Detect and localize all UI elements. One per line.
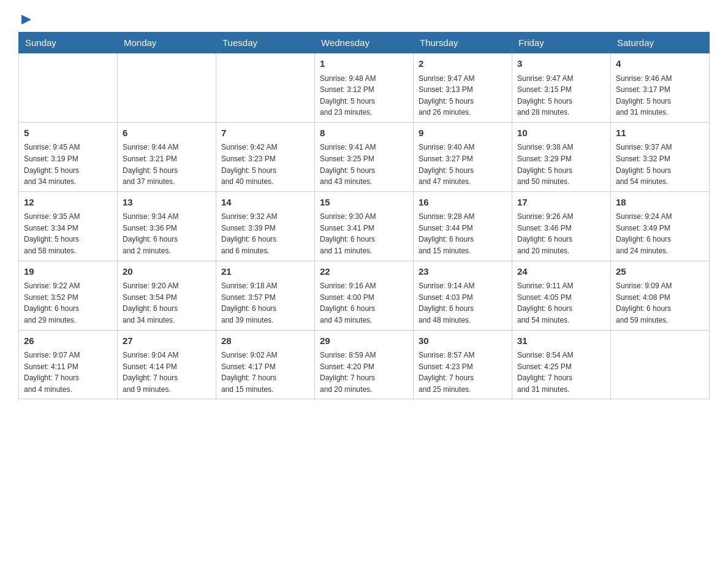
day-number: 13 (123, 196, 211, 210)
day-info: Sunrise: 9:47 AM Sunset: 3:15 PM Dayligh… (517, 73, 605, 118)
calendar-cell: 8Sunrise: 9:41 AM Sunset: 3:25 PM Daylig… (315, 122, 414, 191)
calendar-header-friday: Friday (512, 33, 611, 53)
day-info: Sunrise: 9:34 AM Sunset: 3:36 PM Dayligh… (123, 211, 211, 256)
calendar-header-wednesday: Wednesday (315, 33, 414, 53)
calendar-cell: 31Sunrise: 8:54 AM Sunset: 4:25 PM Dayli… (512, 330, 611, 399)
logo-flag-icon (20, 13, 32, 26)
calendar-cell: 18Sunrise: 9:24 AM Sunset: 3:49 PM Dayli… (611, 191, 710, 261)
calendar-cell: 25Sunrise: 9:09 AM Sunset: 4:08 PM Dayli… (611, 261, 710, 330)
calendar-table: SundayMondayTuesdayWednesdayThursdayFrid… (18, 32, 710, 399)
calendar-cell: 20Sunrise: 9:20 AM Sunset: 3:54 PM Dayli… (118, 261, 216, 330)
calendar-header-thursday: Thursday (414, 33, 512, 53)
calendar-cell: 12Sunrise: 9:35 AM Sunset: 3:34 PM Dayli… (19, 191, 118, 261)
calendar-cell: 17Sunrise: 9:26 AM Sunset: 3:46 PM Dayli… (512, 191, 611, 261)
day-number: 23 (419, 265, 507, 279)
day-number: 25 (616, 265, 704, 279)
calendar-week-row: 1Sunrise: 9:48 AM Sunset: 3:12 PM Daylig… (19, 53, 710, 123)
day-info: Sunrise: 9:04 AM Sunset: 4:14 PM Dayligh… (123, 350, 211, 395)
day-number: 11 (616, 126, 704, 140)
day-info: Sunrise: 9:37 AM Sunset: 3:32 PM Dayligh… (616, 142, 704, 187)
day-info: Sunrise: 9:46 AM Sunset: 3:17 PM Dayligh… (616, 73, 704, 118)
calendar-cell: 24Sunrise: 9:11 AM Sunset: 4:05 PM Dayli… (512, 261, 611, 330)
day-number: 5 (24, 126, 112, 140)
day-info: Sunrise: 9:20 AM Sunset: 3:54 PM Dayligh… (123, 280, 211, 326)
day-info: Sunrise: 8:57 AM Sunset: 4:23 PM Dayligh… (419, 350, 507, 395)
calendar-cell: 15Sunrise: 9:30 AM Sunset: 3:41 PM Dayli… (315, 191, 414, 261)
calendar-cell: 21Sunrise: 9:18 AM Sunset: 3:57 PM Dayli… (216, 261, 315, 330)
day-info: Sunrise: 9:24 AM Sunset: 3:49 PM Dayligh… (616, 211, 704, 256)
calendar-week-row: 5Sunrise: 9:45 AM Sunset: 3:19 PM Daylig… (19, 122, 710, 191)
calendar-cell: 16Sunrise: 9:28 AM Sunset: 3:44 PM Dayli… (414, 191, 512, 261)
day-number: 28 (221, 334, 309, 348)
day-number: 27 (123, 334, 211, 348)
calendar-cell: 1Sunrise: 9:48 AM Sunset: 3:12 PM Daylig… (315, 53, 414, 123)
day-number: 3 (517, 57, 605, 71)
day-number: 12 (24, 196, 112, 210)
calendar-cell: 3Sunrise: 9:47 AM Sunset: 3:15 PM Daylig… (512, 53, 611, 123)
day-number: 14 (221, 196, 309, 210)
calendar-cell: 28Sunrise: 9:02 AM Sunset: 4:17 PM Dayli… (216, 330, 315, 399)
day-number: 21 (221, 265, 309, 279)
logo (18, 12, 32, 26)
calendar-week-row: 26Sunrise: 9:07 AM Sunset: 4:11 PM Dayli… (19, 330, 710, 399)
calendar-cell: 29Sunrise: 8:59 AM Sunset: 4:20 PM Dayli… (315, 330, 414, 399)
day-number: 26 (24, 334, 112, 348)
day-info: Sunrise: 9:35 AM Sunset: 3:34 PM Dayligh… (24, 211, 112, 256)
day-number: 17 (517, 196, 605, 210)
calendar-cell: 9Sunrise: 9:40 AM Sunset: 3:27 PM Daylig… (414, 122, 512, 191)
day-info: Sunrise: 9:32 AM Sunset: 3:39 PM Dayligh… (221, 211, 309, 256)
calendar-week-row: 19Sunrise: 9:22 AM Sunset: 3:52 PM Dayli… (19, 261, 710, 330)
calendar-header-saturday: Saturday (611, 33, 710, 53)
day-info: Sunrise: 9:44 AM Sunset: 3:21 PM Dayligh… (123, 142, 211, 187)
svg-marker-0 (21, 15, 31, 25)
day-number: 20 (123, 265, 211, 279)
calendar-cell: 5Sunrise: 9:45 AM Sunset: 3:19 PM Daylig… (19, 122, 118, 191)
day-number: 24 (517, 265, 605, 279)
day-number: 18 (616, 196, 704, 210)
day-info: Sunrise: 9:28 AM Sunset: 3:44 PM Dayligh… (419, 211, 507, 256)
calendar-cell: 27Sunrise: 9:04 AM Sunset: 4:14 PM Dayli… (118, 330, 216, 399)
calendar-cell: 7Sunrise: 9:42 AM Sunset: 3:23 PM Daylig… (216, 122, 315, 191)
day-info: Sunrise: 9:09 AM Sunset: 4:08 PM Dayligh… (616, 280, 704, 326)
calendar-cell (216, 53, 315, 123)
day-number: 10 (517, 126, 605, 140)
day-info: Sunrise: 8:54 AM Sunset: 4:25 PM Dayligh… (517, 350, 605, 395)
day-number: 19 (24, 265, 112, 279)
calendar-cell: 23Sunrise: 9:14 AM Sunset: 4:03 PM Dayli… (414, 261, 512, 330)
day-info: Sunrise: 9:40 AM Sunset: 3:27 PM Dayligh… (419, 142, 507, 187)
day-number: 9 (419, 126, 507, 140)
calendar-cell: 19Sunrise: 9:22 AM Sunset: 3:52 PM Dayli… (19, 261, 118, 330)
calendar-cell: 14Sunrise: 9:32 AM Sunset: 3:39 PM Dayli… (216, 191, 315, 261)
calendar-cell: 26Sunrise: 9:07 AM Sunset: 4:11 PM Dayli… (19, 330, 118, 399)
day-info: Sunrise: 9:48 AM Sunset: 3:12 PM Dayligh… (320, 73, 408, 118)
calendar-cell: 2Sunrise: 9:47 AM Sunset: 3:13 PM Daylig… (414, 53, 512, 123)
day-number: 7 (221, 126, 309, 140)
calendar-header-row: SundayMondayTuesdayWednesdayThursdayFrid… (19, 33, 710, 53)
day-info: Sunrise: 9:30 AM Sunset: 3:41 PM Dayligh… (320, 211, 408, 256)
calendar-cell: 30Sunrise: 8:57 AM Sunset: 4:23 PM Dayli… (414, 330, 512, 399)
day-number: 6 (123, 126, 211, 140)
calendar-cell (611, 330, 710, 399)
day-number: 15 (320, 196, 408, 210)
calendar-week-row: 12Sunrise: 9:35 AM Sunset: 3:34 PM Dayli… (19, 191, 710, 261)
day-number: 29 (320, 334, 408, 348)
day-info: Sunrise: 9:07 AM Sunset: 4:11 PM Dayligh… (24, 350, 112, 395)
day-info: Sunrise: 9:47 AM Sunset: 3:13 PM Dayligh… (419, 73, 507, 118)
day-number: 16 (419, 196, 507, 210)
day-info: Sunrise: 9:02 AM Sunset: 4:17 PM Dayligh… (221, 350, 309, 395)
calendar-cell: 22Sunrise: 9:16 AM Sunset: 4:00 PM Dayli… (315, 261, 414, 330)
day-info: Sunrise: 9:11 AM Sunset: 4:05 PM Dayligh… (517, 280, 605, 326)
day-info: Sunrise: 9:41 AM Sunset: 3:25 PM Dayligh… (320, 142, 408, 187)
calendar-header-sunday: Sunday (19, 33, 118, 53)
day-info: Sunrise: 8:59 AM Sunset: 4:20 PM Dayligh… (320, 350, 408, 395)
day-number: 30 (419, 334, 507, 348)
day-info: Sunrise: 9:42 AM Sunset: 3:23 PM Dayligh… (221, 142, 309, 187)
calendar-header-tuesday: Tuesday (216, 33, 315, 53)
day-info: Sunrise: 9:16 AM Sunset: 4:00 PM Dayligh… (320, 280, 408, 326)
day-number: 1 (320, 57, 408, 71)
day-info: Sunrise: 9:38 AM Sunset: 3:29 PM Dayligh… (517, 142, 605, 187)
page-header (18, 12, 710, 26)
calendar-cell: 10Sunrise: 9:38 AM Sunset: 3:29 PM Dayli… (512, 122, 611, 191)
calendar-cell (118, 53, 216, 123)
calendar-header-monday: Monday (118, 33, 216, 53)
